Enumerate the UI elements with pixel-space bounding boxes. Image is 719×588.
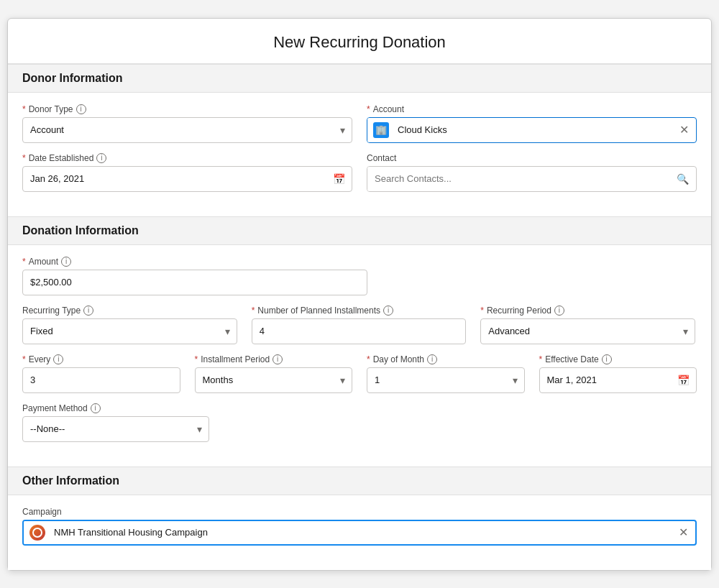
- day-of-month-col: * Day of Month i 1 2 3: [367, 354, 525, 393]
- amount-label-text: Amount: [29, 257, 58, 267]
- date-established-col: * Date Established i 📅: [22, 153, 352, 192]
- donor-type-required: *: [22, 104, 26, 114]
- period-required: *: [480, 306, 484, 316]
- payment-method-select-wrapper[interactable]: --None-- Check Credit Card ACH: [22, 416, 209, 442]
- payment-method-info-icon: i: [91, 403, 101, 413]
- date-established-input-wrapper[interactable]: 📅: [22, 166, 352, 192]
- day-of-month-info-icon: i: [427, 354, 437, 364]
- amount-col: * Amount i: [22, 257, 367, 295]
- payment-method-label-text: Payment Method: [22, 403, 88, 413]
- day-of-month-label-text: Day of Month: [373, 354, 424, 364]
- other-section-header: Other Information: [8, 467, 711, 495]
- installment-period-info-icon: i: [273, 354, 283, 364]
- donation-section-body: * Amount i Recurring Type i Fixed Open: [8, 245, 711, 467]
- recurring-period-col: * Recurring Period i Advanced Monthly Ye…: [480, 306, 695, 344]
- effective-date-col: * Effective Date i 📅: [539, 354, 697, 393]
- recurring-type-select[interactable]: Fixed Open: [22, 318, 237, 344]
- modal-container: New Recurring Donation Donor Information…: [7, 18, 712, 571]
- campaign-col: Campaign ✕: [22, 507, 697, 546]
- donor-type-col: * Donor Type i Account Contact Individua…: [22, 104, 352, 143]
- planned-installments-label: * Number of Planned Installments i: [252, 306, 467, 316]
- planned-installments-info-icon: i: [383, 306, 393, 316]
- effective-date-label: * Effective Date i: [539, 354, 697, 364]
- account-label: * Account: [367, 104, 697, 114]
- donation-section-header: Donation Information: [8, 216, 711, 245]
- campaign-label-text: Campaign: [22, 507, 62, 517]
- campaign-clear-icon[interactable]: ✕: [672, 521, 695, 544]
- effective-date-label-text: Effective Date: [545, 354, 598, 364]
- contact-search-wrapper[interactable]: 🔍: [367, 166, 697, 192]
- recurring-period-label-text: Recurring Period: [487, 306, 551, 316]
- installments-required: *: [252, 306, 255, 316]
- account-required: *: [367, 104, 370, 114]
- account-label-text: Account: [373, 104, 404, 114]
- recurring-period-select-wrapper[interactable]: Advanced Monthly Yearly: [480, 318, 695, 344]
- campaign-input[interactable]: [51, 521, 672, 544]
- planned-installments-col: * Number of Planned Installments i: [252, 306, 467, 344]
- account-input-wrapper[interactable]: ✕: [367, 117, 697, 143]
- donor-type-select-wrapper[interactable]: Account Contact Individual: [22, 117, 352, 143]
- payment-method-label: Payment Method i: [22, 403, 209, 413]
- payment-method-col: Payment Method i --None-- Check Credit C…: [22, 403, 209, 442]
- donor-section-header: Donor Information: [8, 64, 711, 93]
- donation-row-1: * Amount i: [22, 257, 697, 295]
- account-clear-icon[interactable]: ✕: [672, 118, 696, 142]
- date-info-icon: i: [96, 153, 106, 163]
- amount-required: *: [22, 257, 26, 267]
- installment-period-select-wrapper[interactable]: Months Years Weeks: [195, 367, 353, 393]
- payment-method-select[interactable]: --None-- Check Credit Card ACH: [22, 416, 209, 442]
- every-col: * Every i: [22, 354, 180, 393]
- amount-info-icon: i: [61, 257, 71, 267]
- recurring-type-label-text: Recurring Type: [22, 306, 81, 316]
- recurring-type-col: Recurring Type i Fixed Open: [22, 306, 237, 344]
- account-input[interactable]: [395, 118, 672, 142]
- donor-type-label-text: Donor Type: [29, 104, 73, 114]
- recurring-period-info-icon: i: [554, 306, 564, 316]
- effective-date-info-icon: i: [602, 354, 612, 364]
- installment-period-col: * Installment Period i Months Years Week…: [195, 354, 353, 393]
- effective-date-input-wrapper[interactable]: 📅: [539, 367, 697, 393]
- day-of-month-select-wrapper[interactable]: 1 2 3: [367, 367, 525, 393]
- planned-installments-label-text: Number of Planned Installments: [257, 306, 380, 316]
- building-icon-box: [373, 122, 389, 138]
- every-info-icon: i: [53, 354, 63, 364]
- amount-input[interactable]: [22, 270, 367, 295]
- contact-search-input[interactable]: [367, 167, 669, 191]
- contact-label-text: Contact: [367, 153, 396, 163]
- recurring-type-select-wrapper[interactable]: Fixed Open: [22, 318, 237, 344]
- donor-section-body: * Donor Type i Account Contact Individua…: [8, 93, 711, 216]
- day-required: *: [367, 354, 370, 364]
- campaign-logo-icon: [24, 521, 51, 544]
- contact-search-icon: 🔍: [669, 173, 696, 185]
- donor-type-select[interactable]: Account Contact Individual: [22, 117, 352, 143]
- other-row-1: Campaign ✕: [22, 507, 697, 546]
- every-input[interactable]: [22, 367, 180, 393]
- campaign-label: Campaign: [22, 507, 697, 517]
- recurring-type-label: Recurring Type i: [22, 306, 237, 316]
- donor-type-label: * Donor Type i: [22, 104, 352, 114]
- installment-period-label-text: Installment Period: [201, 354, 270, 364]
- date-required: *: [22, 153, 26, 163]
- day-of-month-label: * Day of Month i: [367, 354, 525, 364]
- every-required: *: [22, 354, 26, 364]
- planned-installments-input[interactable]: [252, 318, 467, 344]
- campaign-input-wrapper[interactable]: ✕: [22, 520, 697, 546]
- modal-title: New Recurring Donation: [8, 19, 711, 64]
- day-of-month-select[interactable]: 1 2 3: [367, 367, 525, 393]
- effective-required: *: [539, 354, 543, 364]
- donor-row-2: * Date Established i 📅 Contact 🔍: [22, 153, 697, 192]
- recurring-type-info-icon: i: [83, 306, 93, 316]
- donation-row-3: * Every i * Installment Period i Months …: [22, 354, 697, 393]
- donation-row-4: Payment Method i --None-- Check Credit C…: [22, 403, 697, 442]
- other-section-body: Campaign ✕: [8, 495, 711, 570]
- recurring-period-label: * Recurring Period i: [480, 306, 695, 316]
- account-col: * Account ✕: [367, 104, 697, 143]
- date-established-input[interactable]: [22, 166, 352, 192]
- installment-period-required: *: [195, 354, 198, 364]
- recurring-period-select[interactable]: Advanced Monthly Yearly: [480, 318, 695, 344]
- every-label: * Every i: [22, 354, 180, 364]
- contact-label: Contact: [367, 153, 697, 163]
- contact-col: Contact 🔍: [367, 153, 697, 192]
- effective-date-input[interactable]: [539, 367, 697, 393]
- installment-period-select[interactable]: Months Years Weeks: [195, 367, 353, 393]
